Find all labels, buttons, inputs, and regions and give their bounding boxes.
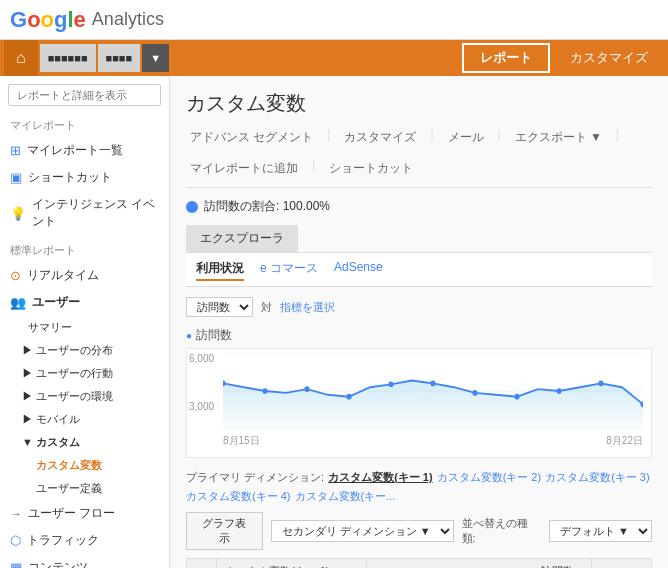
svg-point-9 — [430, 381, 435, 387]
sidebar-item-intelligence[interactable]: 💡 インテリジェンス イベント — [0, 191, 169, 235]
sidebar-search — [0, 76, 169, 114]
toolbar-customize[interactable]: カスタマイズ — [340, 127, 420, 148]
graph-view-button[interactable]: グラフ表示 — [186, 512, 263, 550]
sidebar: マイレポート ⊞ マイレポート一覧 ▣ ショートカット 💡 インテリジェンス イ… — [0, 76, 170, 568]
metric-select[interactable]: 訪問数 — [186, 297, 253, 317]
logo-g2: g — [54, 7, 67, 33]
grid-icon: ⊞ — [10, 143, 21, 158]
tab-adsense[interactable]: AdSense — [334, 258, 383, 281]
sidebar-sub-behavior[interactable]: ▶ ユーザーの行動 — [0, 362, 169, 385]
property-selector[interactable]: ■■■■ — [98, 44, 141, 72]
sidebar-item-users[interactable]: 👥 ユーザー — [0, 289, 169, 316]
col-visits[interactable]: 訪問数 ↓ — [367, 559, 592, 569]
toolbar-separator1: | — [327, 127, 330, 148]
explorer-tab[interactable]: エクスプローラ — [186, 225, 298, 252]
svg-point-7 — [346, 394, 351, 400]
x-axis-labels: 8月15日 8月22日 — [223, 434, 643, 448]
dim-link-5[interactable]: カスタム変数(キー... — [295, 489, 396, 504]
sidebar-intelligence-label: インテリジェンス イベント — [32, 196, 159, 230]
toolbar-add-to-reports[interactable]: マイレポートに追加 — [186, 158, 302, 179]
custom-section-label: ▼ カスタム — [22, 436, 80, 448]
sidebar-item-content[interactable]: ▦ コンテンツ — [0, 554, 169, 568]
home-button[interactable]: ⌂ — [4, 40, 38, 76]
sidebar-shortcut-label: ショートカット — [28, 169, 112, 186]
sidebar-sub-distribution[interactable]: ▶ ユーザーの分布 — [0, 339, 169, 362]
chart-svg — [223, 353, 643, 429]
dim-link-4[interactable]: カスタム変数(キー 4) — [186, 489, 291, 504]
toolbar-mail[interactable]: メール — [444, 127, 488, 148]
report-button[interactable]: レポート — [462, 43, 550, 73]
toolbar-separator2: | — [430, 127, 433, 148]
sidebar-sub-custom-vars[interactable]: カスタム変数 — [0, 454, 169, 477]
user-flow-label: ユーザー フロー — [28, 505, 115, 522]
toolbar-advanced-segment[interactable]: アドバンス セグメント — [186, 127, 317, 148]
toolbar-shortcut[interactable]: ショートカット — [325, 158, 417, 179]
summary-label: サマリー — [28, 321, 72, 333]
data-table: カスタム変数(キー 1) 訪問数 ↓ 28,115 全体に対する割合: 18.5… — [186, 558, 652, 568]
mobile-label: ▶ モバイル — [22, 413, 80, 425]
x-label-1: 8月15日 — [223, 434, 260, 448]
search-input[interactable] — [8, 84, 161, 106]
content-label: コンテンツ — [28, 559, 88, 568]
sidebar-sub-custom-section[interactable]: ▼ カスタム — [0, 431, 169, 454]
userflow-icon: → — [10, 507, 22, 521]
chart-dot: ● — [186, 330, 192, 341]
col-check — [187, 559, 217, 569]
content-icon: ▦ — [10, 560, 22, 568]
toolbar-export[interactable]: エクスポート ▼ — [511, 127, 606, 148]
logo-g: G — [10, 7, 27, 33]
account-selector[interactable]: ■■■■■■ — [40, 44, 96, 72]
standard-reports-label: 標準レポート — [0, 235, 169, 262]
page-title: カスタム変数 — [186, 90, 652, 117]
table-controls: グラフ表示 セカンダリ ディメンション ▼ 並べ替えの種類: デフォルト ▼ — [186, 512, 652, 550]
svg-point-5 — [262, 388, 267, 394]
controls-row: 訪問数 対 指標を選択 — [186, 297, 652, 317]
environment-label: ▶ ユーザーの環境 — [22, 390, 113, 402]
logo-e: e — [74, 7, 86, 33]
toolbar-separator3: | — [498, 127, 501, 148]
primary-dim-label: プライマリ ディメンション: — [186, 470, 324, 485]
account-name: ■■■■■■ — [48, 52, 88, 64]
dim-link-3[interactable]: カスタム変数(キー 3) — [545, 470, 650, 485]
chart-section: ● 訪問数 6,000 3,000 — [186, 327, 652, 458]
sidebar-item-my-reports[interactable]: ⊞ マイレポート一覧 — [0, 137, 169, 164]
sidebar-users-label: ユーザー — [32, 294, 80, 311]
sidebar-item-realtime[interactable]: ⊙ リアルタイム — [0, 262, 169, 289]
sidebar-sub-user-def[interactable]: ユーザー定義 — [0, 477, 169, 500]
sort-select[interactable]: デフォルト ▼ — [549, 520, 652, 542]
traffic-label: トラフィック — [27, 532, 99, 549]
sidebar-sub-summary[interactable]: サマリー — [0, 316, 169, 339]
sidebar-item-shortcut[interactable]: ▣ ショートカット — [0, 164, 169, 191]
secondary-dim-select[interactable]: セカンダリ ディメンション ▼ — [271, 520, 454, 542]
svg-point-12 — [556, 388, 561, 394]
tab-usage[interactable]: 利用状況 — [196, 258, 244, 281]
monitor-icon: ▣ — [10, 170, 22, 185]
sidebar-item-traffic[interactable]: ⬡ トラフィック — [0, 527, 169, 554]
svg-point-8 — [388, 382, 393, 388]
chart-container: 6,000 3,000 — [186, 348, 652, 458]
my-reports-label: マイレポート — [0, 114, 169, 137]
sort-type-label: 並べ替えの種類: — [462, 516, 541, 546]
x-label-2: 8月22日 — [606, 434, 643, 448]
svg-point-6 — [304, 386, 309, 392]
behavior-label: ▶ ユーザーの行動 — [22, 367, 113, 379]
primary-dimension: プライマリ ディメンション: カスタム変数(キー 1) カスタム変数(キー 2)… — [186, 470, 652, 504]
col-custom-var[interactable]: カスタム変数(キー 1) — [217, 559, 367, 569]
tab-ecommerce[interactable]: e コマース — [260, 258, 318, 281]
col-extra — [592, 559, 652, 569]
logo-o2: o — [41, 7, 54, 33]
sidebar-item-user-flow[interactable]: → ユーザー フロー — [0, 500, 169, 527]
toolbar-separator4: | — [616, 127, 619, 148]
dim-active[interactable]: カスタム変数(キー 1) — [328, 470, 433, 485]
content-area: カスタム変数 アドバンス セグメント | カスタマイズ | メール | エクスポ… — [170, 76, 668, 568]
select-metric-link[interactable]: 指標を選択 — [280, 300, 335, 315]
sidebar-sub-mobile[interactable]: ▶ モバイル — [0, 408, 169, 431]
chart-label-text: 訪問数 — [196, 327, 232, 344]
sessions-dot — [186, 201, 198, 213]
toolbar: アドバンス セグメント | カスタマイズ | メール | エクスポート ▼ | … — [186, 127, 652, 188]
dim-link-2[interactable]: カスタム変数(キー 2) — [437, 470, 542, 485]
nav-dropdown-button[interactable]: ▼ — [142, 44, 169, 72]
customize-button[interactable]: カスタマイズ — [554, 45, 664, 71]
sidebar-sub-environment[interactable]: ▶ ユーザーの環境 — [0, 385, 169, 408]
sessions-info: 訪問数の割合: 100.00% — [186, 198, 652, 215]
